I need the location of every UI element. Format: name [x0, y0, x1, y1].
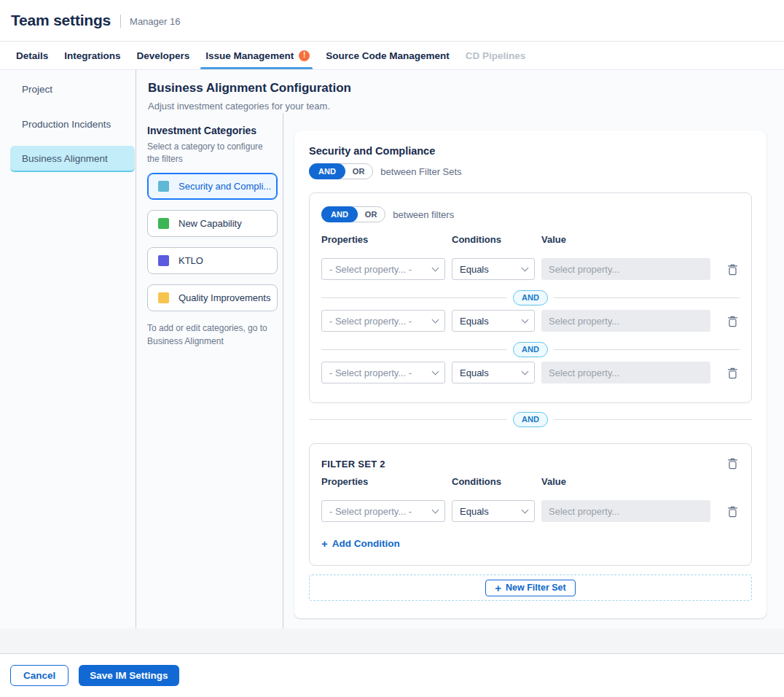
filter-row: - Select property... - Equals [321, 258, 740, 280]
tab-source-code-management[interactable]: Source Code Management [326, 42, 450, 69]
between-filters-label: between filters [393, 209, 454, 220]
delete-row-button[interactable] [725, 262, 740, 276]
value-input[interactable] [541, 500, 710, 522]
category-color-swatch [158, 181, 169, 192]
value-input[interactable] [541, 362, 710, 383]
toggle-or-option[interactable]: OR [345, 163, 373, 179]
chevron-down-icon [522, 265, 529, 272]
conditions-column-header: Conditions [452, 234, 541, 245]
tab-cd-pipelines: CD Pipelines [466, 42, 526, 69]
app-header: Team settings Manager 16 [0, 0, 784, 42]
and-connector: AND [321, 290, 740, 305]
main-header: Business Alignment Configuration Adjust … [136, 70, 784, 112]
tab-integrations[interactable]: Integrations [64, 42, 120, 69]
section-subtitle: Adjust investment categories for your te… [148, 101, 767, 112]
trash-icon [727, 457, 738, 470]
delete-row-button[interactable] [725, 314, 740, 328]
category-quality-improvements[interactable]: Quality Improvements [147, 284, 278, 311]
filter-row: - Select property... - Equals [321, 500, 740, 522]
condition-select[interactable]: Equals [452, 362, 535, 383]
settings-sidebar: Project Production Incidents Business Al… [0, 70, 136, 628]
filter-row: - Select property... - Equals [321, 310, 740, 332]
team-name: Manager 16 [130, 16, 180, 27]
sidebar-item-project[interactable]: Project [10, 76, 135, 102]
properties-column-header: Properties [321, 476, 452, 487]
categories-note: To add or edit categories, go to Busines… [147, 322, 271, 348]
category-list: Security and Compli... New Capability KT… [147, 173, 271, 311]
filter-set-2: FILTER SET 2 Properties Conditions [309, 443, 752, 566]
sidebar-item-business-alignment[interactable]: Business Alignment [10, 146, 135, 172]
chevron-down-icon [522, 316, 529, 324]
between-sets-label: between Filter Sets [380, 166, 461, 177]
footer-actions: Cancel Save IM Settings [0, 654, 784, 696]
and-chip: AND [513, 290, 548, 305]
delete-row-button[interactable] [725, 504, 740, 518]
and-or-toggle[interactable]: AND OR [321, 206, 385, 222]
properties-column-header: Properties [321, 234, 452, 245]
chevron-down-icon [522, 368, 529, 375]
conditions-column-header: Conditions [452, 476, 541, 487]
delete-row-button[interactable] [725, 365, 740, 380]
category-security-and-compliance[interactable]: Security and Compli... [147, 173, 278, 200]
main-body: Investment Categories Select a category … [136, 113, 784, 628]
condition-select[interactable]: Equals [452, 310, 535, 332]
property-select[interactable]: - Select property... - [321, 362, 445, 383]
chevron-down-icon [432, 265, 439, 272]
value-column-header: Value [541, 476, 740, 487]
category-color-swatch [158, 292, 169, 303]
category-color-swatch [158, 218, 169, 229]
filter-set-1: AND OR between filters Properties Condit… [309, 192, 752, 403]
chevron-down-icon [522, 507, 529, 514]
chevron-down-icon [432, 316, 439, 324]
selected-category-title: Security and Compliance [309, 145, 752, 157]
category-ktlo[interactable]: KTLO [147, 247, 278, 274]
delete-filter-set-button[interactable] [725, 456, 740, 470]
between-filters-toggle-row: AND OR between filters [321, 206, 740, 222]
property-select[interactable]: - Select property... - [321, 500, 445, 522]
value-input[interactable] [541, 310, 710, 332]
toggle-and-option[interactable]: AND [309, 163, 345, 179]
plus-icon: + [495, 583, 501, 593]
trash-icon [727, 315, 738, 327]
content-area: Project Production Incidents Business Al… [0, 70, 784, 628]
warning-badge-icon: ! [299, 50, 310, 61]
condition-select[interactable]: Equals [452, 258, 535, 280]
settings-tabbar: Details Integrations Developers Issue Ma… [0, 42, 784, 70]
and-connector: AND [321, 342, 740, 357]
tab-developers[interactable]: Developers [137, 42, 190, 69]
trash-icon [727, 263, 738, 276]
property-select[interactable]: - Select property... - [321, 258, 445, 280]
between-sets-and-connector: AND [309, 412, 752, 427]
property-select[interactable]: - Select property... - [321, 310, 445, 332]
title-divider [120, 15, 121, 28]
new-filter-set-button[interactable]: + New Filter Set [485, 580, 575, 596]
toggle-and-option[interactable]: AND [321, 206, 358, 222]
filter-set-2-title: FILTER SET 2 [321, 459, 385, 470]
tab-issue-management[interactable]: Issue Management ! [205, 42, 310, 69]
trash-icon [727, 505, 738, 518]
add-condition-button[interactable]: + Add Condition [321, 538, 400, 549]
footer-spacer [0, 628, 784, 654]
page-title: Team settings [11, 12, 111, 29]
categories-helper: Select a category to configure the filte… [147, 141, 264, 166]
sidebar-item-production-incidents[interactable]: Production Incidents [10, 111, 135, 137]
condition-select[interactable]: Equals [452, 500, 535, 522]
column-headers: Properties Conditions Value [321, 234, 740, 245]
category-color-swatch [158, 255, 169, 266]
filter-configuration-area: Security and Compliance AND OR between F… [283, 113, 784, 628]
chevron-down-icon [432, 507, 439, 514]
category-new-capability[interactable]: New Capability [147, 210, 278, 237]
save-im-settings-button[interactable]: Save IM Settings [79, 665, 179, 686]
chevron-down-icon [432, 368, 439, 375]
value-input[interactable] [541, 258, 710, 280]
filter-row: - Select property... - Equals [321, 362, 740, 383]
cancel-button[interactable]: Cancel [10, 665, 68, 686]
and-chip: AND [513, 342, 548, 357]
and-or-toggle[interactable]: AND OR [309, 163, 373, 179]
tab-details[interactable]: Details [16, 42, 48, 69]
toggle-or-option[interactable]: OR [357, 206, 385, 222]
between-sets-toggle-row: AND OR between Filter Sets [309, 163, 752, 179]
investment-categories-panel: Investment Categories Select a category … [136, 113, 283, 628]
section-title: Business Alignment Configuration [148, 81, 767, 96]
main-panel: Business Alignment Configuration Adjust … [136, 70, 784, 628]
